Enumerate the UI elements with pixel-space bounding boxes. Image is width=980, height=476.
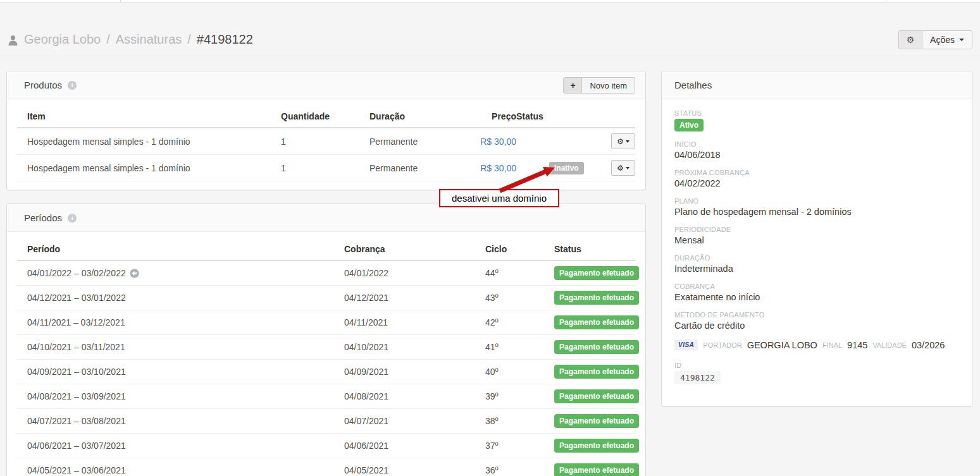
period-status-badge: Pagamento efetuado <box>554 439 639 453</box>
id-label: ID <box>674 362 959 369</box>
period-cycle: 44º <box>485 263 554 283</box>
period-row: 04/12/2021 – 03/01/2022 04/12/2021 43º P… <box>17 286 635 310</box>
period-cycle: 40º <box>485 362 554 382</box>
annotation-arrow <box>487 159 563 197</box>
product-duration: Permanente <box>369 158 459 178</box>
periods-table: Período Cobrança Ciclo Status 04/01/2022… <box>7 232 645 476</box>
breadcrumb-separator: / <box>187 32 191 47</box>
acoes-dropdown-button[interactable]: Ações <box>922 30 972 49</box>
period-status-badge: Pagamento efetuado <box>554 315 639 329</box>
details-field-value: Mensal <box>674 235 959 245</box>
details-field: MÉTODO DE PAGAMENTO Cartão de crédito <box>674 311 959 331</box>
details-field: COBRANÇA Exatamente no início <box>674 283 959 302</box>
gear-icon: ⚙ <box>617 164 624 172</box>
details-field-label: STATUS <box>674 109 959 117</box>
col-header-preco: Preço <box>459 103 516 127</box>
new-item-label: Novo item <box>582 77 635 94</box>
periods-table-body: 04/01/2022 – 03/02/2022 04/01/2022 44º P… <box>17 261 635 476</box>
details-field-label: PERIODICIDADE <box>674 226 959 233</box>
details-field-value: Cartão de crédito <box>674 320 959 331</box>
period-range: 04/06/2021 – 03/07/2021 <box>27 441 126 451</box>
subscription-id-value: 4198122 <box>674 371 721 384</box>
status-badge: Ativo <box>674 119 704 131</box>
details-field-label: MÉTODO DE PAGAMENTO <box>674 311 959 319</box>
period-status-badge: Pagamento efetuado <box>554 291 639 305</box>
details-field: PERIODICIDADE Mensal <box>674 226 959 245</box>
details-field-label: COBRANÇA <box>674 283 959 290</box>
plus-icon: + <box>563 77 582 94</box>
card-holder-label: PORTADOR <box>703 341 741 349</box>
period-range: 04/11/2021 – 03/12/2021 <box>27 317 125 327</box>
info-icon[interactable]: i <box>68 81 77 90</box>
period-row: 04/01/2022 – 03/02/2022 04/01/2022 44º P… <box>17 261 635 286</box>
period-billing-date: 04/11/2021 <box>344 312 485 333</box>
acoes-label: Ações <box>930 35 955 45</box>
product-price-link[interactable]: R$ 30,00 <box>480 137 516 147</box>
col-header-ciclo: Ciclo <box>485 236 554 260</box>
chevron-down-icon <box>626 167 630 169</box>
period-billing-date: 04/09/2021 <box>344 362 485 382</box>
page-header: Georgia Lobo / Assinaturas / #4198122 ⚙ … <box>0 3 980 56</box>
gear-icon: ⚙ <box>617 138 624 145</box>
chevron-down-icon <box>626 140 630 143</box>
period-range: 04/05/2021 – 03/06/2021 <box>27 465 126 475</box>
period-cycle: 41º <box>485 337 554 357</box>
period-row: 04/09/2021 – 03/10/2021 04/09/2021 40º P… <box>17 360 635 384</box>
col-header-status: Status <box>516 103 600 127</box>
product-duration: Permanente <box>369 131 459 152</box>
breadcrumb-section[interactable]: Assinaturas <box>116 32 182 47</box>
card-validity-label: VALIDADE <box>872 341 907 349</box>
period-billing-date: 04/10/2021 <box>344 337 485 357</box>
details-field-value: 04/02/2022 <box>674 178 959 188</box>
period-status-badge: Pagamento efetuado <box>554 266 639 280</box>
breadcrumb-customer[interactable]: Georgia Lobo <box>24 32 101 47</box>
navbar-divider <box>886 0 886 3</box>
period-cycle: 36º <box>485 460 554 476</box>
product-row-gear-button[interactable]: ⚙ <box>611 160 635 176</box>
period-cycle: 43º <box>485 288 554 308</box>
period-range: 04/09/2021 – 03/10/2021 <box>27 367 126 377</box>
col-header-periodo: Período <box>17 236 344 260</box>
details-field: INÍCIO 04/06/2018 <box>674 140 959 160</box>
period-row: 04/07/2021 – 03/08/2021 04/07/2021 38º P… <box>17 409 635 434</box>
col-header-quantidade: Quantidade <box>281 103 369 127</box>
period-cycle: 42º <box>485 312 554 333</box>
period-row: 04/10/2021 – 03/11/2021 04/10/2021 41º P… <box>17 335 635 360</box>
periods-panel: Períodos i Período Cobrança Ciclo Status… <box>6 204 646 476</box>
details-field: PRÓXIMA COBRANÇA 04/02/2022 <box>674 169 959 188</box>
details-panel: Detalhes STATUS Ativo INÍCIO 04/06/2018 … <box>661 71 972 406</box>
details-field: STATUS Ativo <box>674 109 959 131</box>
details-field-value: 04/06/2018 <box>674 150 959 160</box>
period-range: 04/01/2022 – 03/02/2022 <box>27 268 126 278</box>
new-item-button[interactable]: + Novo item <box>563 77 635 94</box>
col-header-cobranca: Cobrança <box>344 236 485 260</box>
card-holder-value: GEORGIA LOBO <box>747 340 817 350</box>
period-billing-date: 04/05/2021 <box>344 460 485 476</box>
circle-arrow-left-icon[interactable] <box>130 269 139 278</box>
breadcrumb-current-id: #4198122 <box>197 32 253 47</box>
details-field: PLANO Plano de hospedagem mensal - 2 dom… <box>674 197 959 217</box>
product-quantity: 1 <box>281 131 369 152</box>
card-final-label: FINAL <box>822 341 842 349</box>
period-cycle: 37º <box>485 436 554 456</box>
details-field-label: DURAÇÃO <box>674 254 959 262</box>
period-cycle: 38º <box>485 411 554 431</box>
details-field-value: Plano de hospedagem mensal - 2 domínios <box>674 207 959 217</box>
periods-panel-header: Períodos i <box>7 204 645 232</box>
period-billing-date: 04/07/2021 <box>344 411 485 431</box>
period-row: 04/05/2021 – 03/06/2021 04/05/2021 36º P… <box>17 458 635 476</box>
info-icon[interactable]: i <box>68 214 77 223</box>
period-billing-date: 04/01/2022 <box>344 263 485 283</box>
product-item-name: Hospedagem mensal simples - 1 domínio <box>17 158 281 178</box>
col-header-status: Status <box>554 236 635 260</box>
products-panel-title: Produtos <box>24 80 62 90</box>
col-header-actions <box>600 106 635 125</box>
details-field-label: PRÓXIMA COBRANÇA <box>674 169 959 176</box>
user-icon <box>8 34 18 45</box>
period-range: 04/12/2021 – 03/01/2022 <box>27 293 126 303</box>
settings-gear-button[interactable]: ⚙ <box>898 30 922 49</box>
col-header-duracao: Duração <box>369 103 459 127</box>
details-panel-header: Detalhes <box>662 71 972 99</box>
product-row-gear-button[interactable]: ⚙ <box>611 133 635 149</box>
header-actions: ⚙ Ações <box>898 30 972 49</box>
